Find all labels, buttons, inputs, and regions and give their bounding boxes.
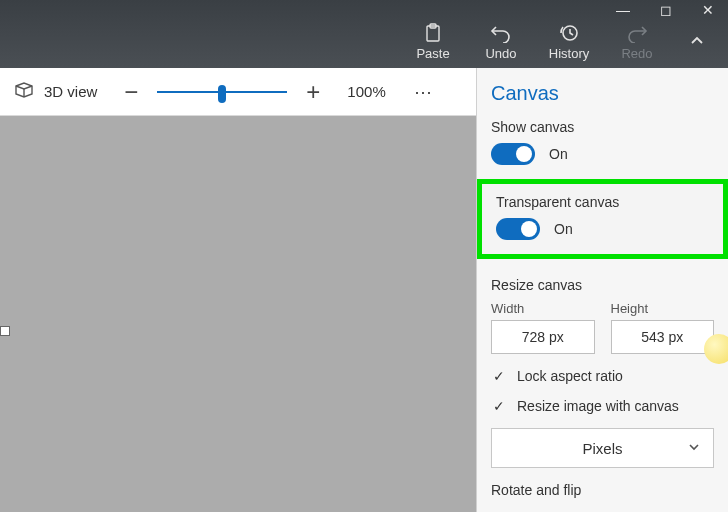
rotate-flip-label: Rotate and flip (491, 482, 714, 498)
paste-label: Paste (416, 46, 449, 61)
zoom-in-button[interactable]: + (303, 78, 323, 106)
pointer-highlight (704, 334, 728, 364)
resize-with-canvas-row[interactable]: ✓ Resize image with canvas (491, 398, 714, 414)
redo-label: Redo (621, 46, 652, 61)
resize-with-canvas-label: Resize image with canvas (517, 398, 679, 414)
lock-aspect-label: Lock aspect ratio (517, 368, 623, 384)
width-input[interactable] (491, 320, 595, 354)
close-button[interactable]: ✕ (702, 2, 714, 18)
collapse-ribbon-button[interactable] (684, 33, 710, 49)
redo-button: Redo (616, 22, 658, 61)
resize-handle[interactable] (0, 326, 10, 336)
history-button[interactable]: History (548, 22, 590, 61)
chevron-down-icon (687, 440, 701, 457)
resize-canvas-label: Resize canvas (491, 277, 714, 293)
transparent-canvas-label: Transparent canvas (496, 194, 709, 210)
check-icon: ✓ (491, 368, 507, 384)
history-icon (558, 22, 580, 44)
unit-select[interactable]: Pixels (491, 428, 714, 468)
width-label: Width (491, 301, 595, 316)
lock-aspect-row[interactable]: ✓ Lock aspect ratio (491, 368, 714, 384)
3d-view-label: 3D view (44, 83, 97, 100)
undo-button[interactable]: Undo (480, 22, 522, 61)
window-controls: — ◻ ✕ (602, 0, 728, 20)
titlebar: — ◻ ✕ Paste Undo History Redo (0, 0, 728, 68)
more-options-button[interactable]: ⋯ (414, 81, 434, 103)
view-toolbar: 3D view − + 100% ⋯ (0, 68, 476, 116)
transparent-canvas-highlight: Transparent canvas On (477, 179, 728, 259)
panel-title: Canvas (491, 82, 714, 105)
height-input[interactable] (611, 320, 715, 354)
dimension-inputs: Width Height (491, 301, 714, 354)
clipboard-icon (424, 22, 442, 44)
zoom-out-button[interactable]: − (121, 78, 141, 106)
zoom-slider[interactable] (157, 82, 287, 102)
zoom-controls: − + (121, 78, 323, 106)
transparent-canvas-toggle[interactable] (496, 218, 540, 240)
height-label: Height (611, 301, 715, 316)
maximize-button[interactable]: ◻ (660, 2, 672, 18)
minimize-button[interactable]: — (616, 2, 630, 18)
canvas-surface[interactable] (0, 116, 476, 512)
unit-value: Pixels (582, 440, 622, 457)
show-canvas-toggle[interactable] (491, 143, 535, 165)
undo-label: Undo (485, 46, 516, 61)
history-label: History (549, 46, 589, 61)
redo-icon (626, 22, 648, 44)
main-area: 3D view − + 100% ⋯ Canvas Show canvas On (0, 68, 728, 512)
slider-thumb[interactable] (218, 85, 226, 103)
zoom-percent: 100% (347, 83, 385, 100)
show-canvas-section: Show canvas On (491, 119, 714, 165)
cube-icon (14, 81, 34, 102)
check-icon: ✓ (491, 398, 507, 414)
show-canvas-label: Show canvas (491, 119, 714, 135)
show-canvas-state: On (549, 146, 568, 162)
canvas-area: 3D view − + 100% ⋯ (0, 68, 476, 512)
undo-icon (490, 22, 512, 44)
transparent-canvas-state: On (554, 221, 573, 237)
paste-button[interactable]: Paste (412, 22, 454, 61)
canvas-panel: Canvas Show canvas On Transparent canvas… (476, 68, 728, 512)
3d-view-button[interactable]: 3D view (14, 81, 97, 102)
